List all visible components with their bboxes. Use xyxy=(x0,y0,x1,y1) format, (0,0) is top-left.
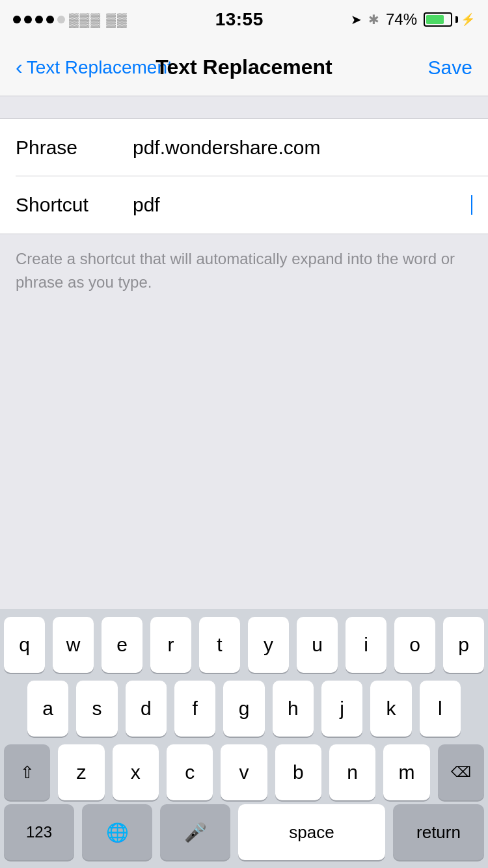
globe-icon: 🌐 xyxy=(106,822,129,843)
key-m[interactable]: m xyxy=(383,744,429,800)
shift-key[interactable]: ⇧ xyxy=(4,744,50,800)
keyboard-bottom-row: 123 🌐 🎤 space return xyxy=(0,804,488,868)
status-time: 13:55 xyxy=(215,9,264,30)
shortcut-input-area[interactable]: pdf xyxy=(133,194,472,216)
key-d[interactable]: d xyxy=(126,681,167,737)
status-left: ▓▓▓ ▓▓ xyxy=(13,12,128,27)
key-f[interactable]: f xyxy=(174,681,215,737)
key-g[interactable]: g xyxy=(223,681,264,737)
battery-tip xyxy=(455,16,458,23)
back-label: Text Replacement xyxy=(27,57,172,78)
key-o[interactable]: o xyxy=(394,617,435,673)
delete-key[interactable]: ⌫ xyxy=(438,744,484,800)
key-t[interactable]: t xyxy=(199,617,240,673)
delete-icon: ⌫ xyxy=(451,764,471,781)
battery-body xyxy=(424,12,452,27)
phrase-input-area[interactable]: pdf.wondershare.com xyxy=(133,137,472,159)
phrase-label: Phrase xyxy=(16,137,133,159)
back-button[interactable]: ‹ Text Replacement xyxy=(16,57,172,78)
key-q[interactable]: q xyxy=(4,617,45,673)
key-c[interactable]: c xyxy=(167,744,213,800)
keyboard-rows: q w e r t y u i o p a s d f g h j k l ⇧ xyxy=(0,609,488,804)
text-cursor xyxy=(471,195,472,215)
signal-dot xyxy=(35,16,43,23)
key-s[interactable]: s xyxy=(76,681,117,737)
key-r[interactable]: r xyxy=(150,617,191,673)
signal-dot xyxy=(24,16,32,23)
key-p[interactable]: p xyxy=(443,617,484,673)
key-x[interactable]: x xyxy=(113,744,159,800)
key-j[interactable]: j xyxy=(321,681,362,737)
key-b[interactable]: b xyxy=(275,744,321,800)
carrier-text: ▓▓▓ ▓▓ xyxy=(69,12,128,27)
key-a[interactable]: a xyxy=(27,681,68,737)
key-v[interactable]: v xyxy=(221,744,267,800)
key-e[interactable]: e xyxy=(102,617,142,673)
page-title: Text Replacement xyxy=(156,55,332,79)
location-icon: ➤ xyxy=(351,12,362,27)
keyboard-row-1: q w e r t y u i o p xyxy=(4,617,484,673)
return-key[interactable]: return xyxy=(393,804,484,860)
key-y[interactable]: y xyxy=(248,617,289,673)
battery-indicator: ⚡ xyxy=(424,12,475,27)
battery-percent: 74% xyxy=(386,10,417,29)
keyboard-row-2: a s d f g h j k l xyxy=(4,681,484,737)
shortcut-value: pdf xyxy=(133,194,470,216)
key-n[interactable]: n xyxy=(329,744,375,800)
key-u[interactable]: u xyxy=(297,617,338,673)
back-chevron-icon: ‹ xyxy=(16,57,23,77)
keyboard-row-3: ⇧ z x c v b n m ⌫ xyxy=(4,744,484,800)
numbers-key[interactable]: 123 xyxy=(4,804,74,860)
microphone-key[interactable]: 🎤 xyxy=(160,804,230,860)
signal-dot xyxy=(46,16,54,23)
numbers-label: 123 xyxy=(26,823,52,841)
phrase-row: Phrase pdf.wondershare.com xyxy=(0,119,488,176)
key-l[interactable]: l xyxy=(420,681,461,737)
helper-text: Create a shortcut that will automaticall… xyxy=(0,234,488,307)
navigation-bar: ‹ Text Replacement Text Replacement Save xyxy=(0,39,488,96)
bluetooth-icon: ✱ xyxy=(368,12,379,27)
microphone-icon: 🎤 xyxy=(184,822,207,843)
signal-dot xyxy=(57,16,65,23)
key-k[interactable]: k xyxy=(370,681,411,737)
keyboard: q w e r t y u i o p a s d f g h j k l ⇧ xyxy=(0,609,488,868)
battery-fill xyxy=(426,15,444,24)
globe-key[interactable]: 🌐 xyxy=(82,804,152,860)
space-label: space xyxy=(289,822,334,843)
form-section: Phrase pdf.wondershare.com Shortcut pdf xyxy=(0,118,488,234)
shortcut-row: Shortcut pdf xyxy=(0,176,488,234)
status-right: ➤ ✱ 74% ⚡ xyxy=(351,10,475,29)
signal-strength xyxy=(13,16,65,23)
return-label: return xyxy=(416,822,461,843)
key-w[interactable]: w xyxy=(53,617,94,673)
battery-bolt-icon: ⚡ xyxy=(461,12,475,27)
signal-dot xyxy=(13,16,21,23)
key-z[interactable]: z xyxy=(58,744,104,800)
space-key[interactable]: space xyxy=(238,804,385,860)
key-i[interactable]: i xyxy=(346,617,386,673)
key-h[interactable]: h xyxy=(273,681,314,737)
shortcut-label: Shortcut xyxy=(16,194,133,216)
shift-icon: ⇧ xyxy=(20,763,34,783)
status-bar: ▓▓▓ ▓▓ 13:55 ➤ ✱ 74% ⚡ xyxy=(0,0,488,39)
phrase-value: pdf.wondershare.com xyxy=(133,137,472,159)
save-button[interactable]: Save xyxy=(428,57,472,79)
